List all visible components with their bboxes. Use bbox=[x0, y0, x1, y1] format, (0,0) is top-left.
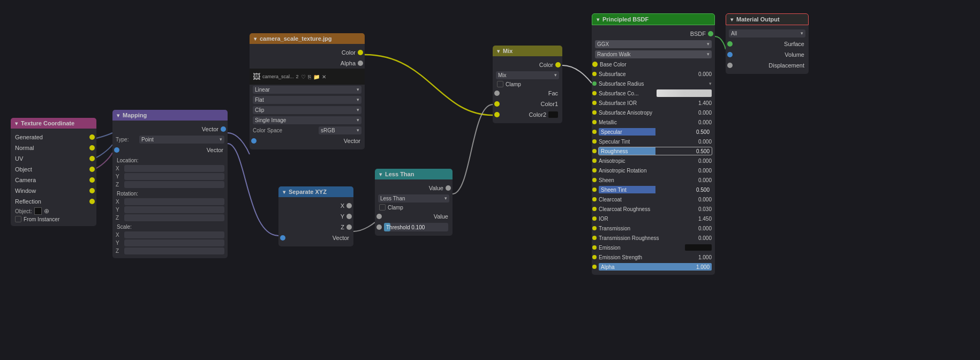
matout-volume-input-socket[interactable] bbox=[727, 52, 733, 57]
lessthan-operation-dropdown[interactable]: Less Than bbox=[378, 194, 449, 202]
bsdf-ior-socket[interactable] bbox=[592, 216, 597, 221]
bsdf-roughness-socket[interactable] bbox=[592, 149, 597, 153]
bsdf-distribution-dropdown[interactable]: GGX bbox=[595, 40, 712, 48]
bsdf-specular-tint-socket[interactable] bbox=[592, 139, 597, 144]
lessthan-clamp-checkbox[interactable] bbox=[379, 204, 386, 211]
bsdf-roughness-bar[interactable]: Roughness 0.500 bbox=[599, 147, 712, 155]
bsdf-emission-strength-socket[interactable] bbox=[592, 255, 597, 259]
bsdf-subsurface-socket[interactable] bbox=[592, 72, 597, 76]
mix-clamp-checkbox[interactable] bbox=[497, 81, 503, 87]
texcoord-object-socket[interactable] bbox=[89, 167, 95, 172]
bsdf-subsurface-ior-socket[interactable] bbox=[592, 101, 597, 105]
lessthan-value-output-socket[interactable] bbox=[446, 185, 451, 191]
bsdf-alpha-socket[interactable] bbox=[592, 265, 597, 269]
mix-header: ▾ Mix bbox=[493, 46, 562, 56]
bsdf-base-color-socket[interactable] bbox=[592, 62, 598, 67]
bsdf-transmission-roughness-socket[interactable] bbox=[592, 236, 597, 240]
camtex-projection-dropdown[interactable]: Flat bbox=[253, 96, 361, 104]
lessthan-value-input-socket[interactable] bbox=[376, 214, 382, 219]
camtex-close-icon[interactable]: ✕ bbox=[322, 74, 326, 80]
mapping-scale-z-input[interactable]: 1.320 bbox=[124, 248, 224, 254]
mapping-type-dropdown[interactable]: Point bbox=[139, 136, 224, 144]
bsdf-collapse-icon[interactable]: ▾ bbox=[597, 17, 599, 22]
mix-node: ▾ Mix Color Mix Clamp Fac bbox=[493, 46, 562, 123]
texcoord-from-instancer-checkbox[interactable] bbox=[15, 216, 21, 222]
texcoord-camera-socket[interactable] bbox=[89, 177, 95, 183]
mapping-rot-y-input[interactable]: 0° bbox=[124, 206, 224, 213]
texcoord-reflection-socket[interactable] bbox=[89, 199, 95, 204]
bsdf-subsurface-radius-socket[interactable] bbox=[592, 81, 597, 86]
texcoord-collapse-icon[interactable]: ▾ bbox=[15, 121, 18, 126]
mix-operation-dropdown[interactable]: Mix bbox=[496, 71, 559, 79]
lessthan-threshold-input-socket[interactable] bbox=[376, 224, 382, 230]
camtex-collapse-icon[interactable]: ▾ bbox=[254, 36, 257, 42]
mapping-loc-y-input[interactable]: -0.42 m bbox=[124, 173, 224, 180]
bsdf-sheen-tint-socket[interactable] bbox=[592, 188, 597, 192]
matout-target-dropdown[interactable]: All bbox=[729, 29, 805, 38]
mix-color1-input-socket[interactable] bbox=[494, 101, 500, 107]
camtex-interpolation-dropdown[interactable]: Linear bbox=[253, 86, 361, 94]
bsdf-sheen-tint-bar[interactable]: Sheen Tint 0.500 bbox=[599, 186, 712, 193]
camtex-vector-input-socket[interactable] bbox=[251, 138, 257, 144]
camtex-extension-dropdown[interactable]: Clip bbox=[253, 106, 361, 114]
lessthan-threshold-bar[interactable]: Threshold 0.100 bbox=[384, 223, 448, 231]
mapping-collapse-icon[interactable]: ▾ bbox=[117, 112, 119, 118]
texcoord-generated-socket[interactable] bbox=[89, 134, 95, 140]
matout-collapse-icon[interactable]: ▾ bbox=[730, 17, 733, 22]
texcoord-window-socket[interactable] bbox=[89, 188, 95, 193]
camtex-colorspace-row: Color Space sRGB bbox=[250, 125, 365, 136]
texcoord-normal-socket[interactable] bbox=[89, 145, 95, 151]
bsdf-metallic-socket[interactable] bbox=[592, 120, 597, 124]
sepxyz-z-output-socket[interactable] bbox=[346, 224, 352, 230]
texcoord-eyedropper-icon[interactable]: ⊕ bbox=[44, 207, 49, 215]
texcoord-uv-socket[interactable] bbox=[89, 156, 95, 161]
matout-surface-input-socket[interactable] bbox=[727, 41, 733, 47]
bsdf-subsurface-aniso-socket[interactable] bbox=[592, 110, 597, 115]
mapping-rot-z-input[interactable]: 0° bbox=[124, 214, 224, 221]
bsdf-emission-socket[interactable] bbox=[592, 245, 597, 250]
bsdf-transmission-socket[interactable] bbox=[592, 226, 597, 230]
bsdf-sheen-socket[interactable] bbox=[592, 178, 597, 182]
camtex-alpha-output-socket[interactable] bbox=[358, 61, 363, 66]
mix-fac-input-socket[interactable] bbox=[494, 91, 500, 96]
mapping-vector-output-socket[interactable] bbox=[221, 126, 226, 132]
sepxyz-vector-input-row: Vector bbox=[278, 232, 353, 243]
mapping-scale-x-input[interactable]: 1.320 bbox=[124, 231, 224, 238]
matout-target-row: All bbox=[726, 28, 809, 39]
sepxyz-collapse-icon[interactable]: ▾ bbox=[283, 189, 285, 195]
bsdf-specular-socket[interactable] bbox=[592, 130, 597, 134]
bsdf-emission-swatch[interactable] bbox=[685, 244, 712, 251]
mix-color2-input-socket[interactable] bbox=[494, 112, 500, 117]
bsdf-subsurface-color-socket[interactable] bbox=[592, 91, 597, 95]
bsdf-clearcoat-roughness-socket[interactable] bbox=[592, 207, 597, 211]
mix-collapse-icon[interactable]: ▾ bbox=[497, 48, 500, 54]
mapping-scale-y-input[interactable]: 1.320 bbox=[124, 239, 224, 246]
sepxyz-x-output-socket[interactable] bbox=[346, 203, 352, 208]
bsdf-subsurface-method-dropdown[interactable]: Random Walk bbox=[595, 50, 712, 58]
bsdf-alpha-bar[interactable]: Alpha 1.000 bbox=[599, 263, 712, 271]
bsdf-subsurface-color-swatch[interactable] bbox=[657, 89, 712, 97]
mapping-rot-x-input[interactable]: 0° bbox=[124, 198, 224, 205]
mix-color-output-socket[interactable] bbox=[555, 62, 561, 68]
camtex-color-output-socket[interactable] bbox=[358, 50, 363, 55]
matout-displacement-input-socket[interactable] bbox=[727, 63, 733, 68]
camtex-image-icon: 🖼 bbox=[253, 72, 260, 81]
camtex-source-dropdown[interactable]: Single Image bbox=[253, 116, 361, 124]
mapping-vector-input-socket[interactable] bbox=[114, 147, 119, 153]
bsdf-specular-bar[interactable]: Specular 0.500 bbox=[599, 128, 712, 136]
bsdf-output-socket[interactable] bbox=[708, 31, 713, 36]
bsdf-anisotropic-rotation-socket[interactable] bbox=[592, 168, 597, 172]
sepxyz-vector-input-socket[interactable] bbox=[280, 235, 285, 241]
mapping-loc-x-input[interactable]: 0 m bbox=[124, 165, 224, 172]
camtex-colorspace-dropdown[interactable]: sRGB bbox=[319, 126, 361, 134]
sepxyz-y-output-socket[interactable] bbox=[346, 214, 352, 219]
mapping-rot-z-row: Z 0° bbox=[112, 214, 228, 222]
bsdf-clearcoat-socket[interactable] bbox=[592, 197, 597, 201]
bsdf-ior-label: IOR bbox=[599, 216, 688, 222]
mix-color2-swatch[interactable] bbox=[548, 111, 558, 118]
lessthan-collapse-icon[interactable]: ▾ bbox=[379, 171, 382, 177]
texcoord-object-swatch[interactable] bbox=[34, 207, 42, 215]
mapping-loc-z-input[interactable]: 1.4 m bbox=[124, 181, 224, 188]
bsdf-anisotropic-socket[interactable] bbox=[592, 159, 597, 163]
camtex-alpha-output-label: Alpha bbox=[341, 60, 356, 66]
